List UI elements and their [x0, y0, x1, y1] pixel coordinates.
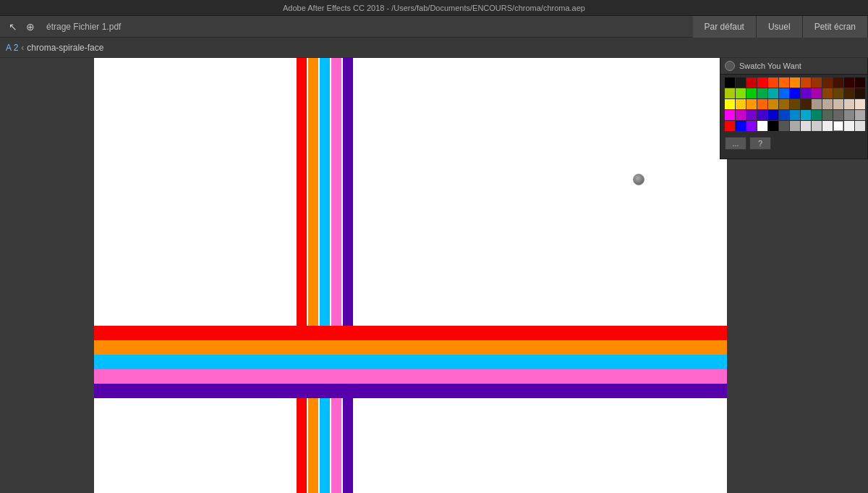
swatch-cell[interactable]	[768, 77, 778, 88]
swatch-more-button[interactable]: ...	[725, 137, 746, 150]
swatch-cell[interactable]	[768, 121, 778, 131]
arrow-icon[interactable]: ↖	[6, 20, 20, 34]
swatch-cell[interactable]	[812, 110, 822, 120]
swatch-help-button[interactable]: ?	[749, 137, 771, 150]
swatch-grid	[720, 75, 867, 134]
swatch-cell[interactable]	[844, 110, 854, 120]
swatch-cell[interactable]	[822, 99, 833, 109]
swatch-cell[interactable]	[746, 121, 757, 131]
swatch-cell[interactable]	[822, 88, 833, 98]
swatch-cell[interactable]	[746, 110, 757, 120]
swatch-panel: Swatch You Want	[720, 58, 868, 159]
h-stripe-cyan	[94, 355, 727, 369]
v-stripe-purple	[343, 58, 353, 493]
workspace-usuel[interactable]: Usuel	[757, 16, 803, 38]
swatch-cell[interactable]	[812, 99, 822, 109]
swatch-cell[interactable]	[801, 88, 811, 98]
swatch-cell[interactable]	[736, 88, 746, 98]
swatch-cell[interactable]	[855, 88, 865, 98]
breadcrumb-parent: étrage Fichier 1.pdf	[46, 22, 121, 32]
swatch-cell[interactable]	[855, 110, 865, 120]
swatch-cell[interactable]	[746, 99, 757, 109]
swatch-cell[interactable]	[790, 121, 800, 131]
swatch-cell[interactable]	[725, 110, 735, 120]
swatch-cell[interactable]	[812, 77, 822, 88]
swatch-cell[interactable]	[779, 88, 789, 98]
swatch-cell[interactable]	[779, 99, 789, 109]
swatch-cell[interactable]	[768, 88, 778, 98]
swatch-cell[interactable]	[801, 77, 811, 88]
h-stripe-pink	[94, 369, 727, 384]
swatch-cell[interactable]	[801, 110, 811, 120]
h-stripe-purple	[94, 384, 727, 398]
swatch-cell[interactable]	[855, 121, 865, 131]
swatch-cell[interactable]	[746, 77, 757, 88]
menu-bar: ↖ ⊕ étrage Fichier 1.pdf Par défaut Usue…	[0, 16, 868, 38]
swatch-cell[interactable]	[725, 88, 735, 98]
swatch-cell[interactable]	[822, 77, 833, 88]
workspace-petit-ecran[interactable]: Petit écran	[803, 16, 868, 38]
swatch-cell[interactable]	[790, 99, 800, 109]
circle-marker-right	[633, 174, 644, 185]
swatch-cell[interactable]	[779, 110, 789, 120]
swatch-black[interactable]	[725, 77, 735, 88]
title-bar: Adobe After Effects CC 2018 - /Users/fab…	[0, 0, 868, 16]
swatch-cell[interactable]	[833, 121, 843, 131]
swatch-cell[interactable]	[779, 77, 789, 88]
h-stripe-orange	[94, 340, 727, 355]
swatch-cell[interactable]	[790, 110, 800, 120]
workspace-bar: Par défaut Usuel Petit écran	[693, 16, 868, 38]
swatch-cell[interactable]	[833, 88, 843, 98]
breadcrumb-layer[interactable]: A 2	[6, 43, 18, 53]
swatch-cell[interactable]	[736, 121, 746, 131]
swatch-cell[interactable]	[768, 110, 778, 120]
swatch-cell[interactable]	[844, 121, 854, 131]
target-icon[interactable]: ⊕	[23, 20, 38, 34]
swatch-cell[interactable]	[790, 88, 800, 98]
main-area: Swatch You Want	[0, 58, 868, 493]
v-stripe-orange	[308, 58, 318, 493]
breadcrumb-sep: ‹	[21, 43, 24, 53]
breadcrumb-bar: A 2 ‹ chroma-spirale-face	[0, 38, 868, 58]
swatch-cell[interactable]	[833, 77, 843, 88]
v-stripe-red	[297, 58, 307, 493]
swatch-cell[interactable]	[790, 77, 800, 88]
swatch-cell[interactable]	[725, 121, 735, 131]
swatch-cell[interactable]	[833, 110, 843, 120]
h-stripe-red	[94, 326, 727, 340]
workspace-default[interactable]: Par défaut	[693, 16, 757, 38]
swatch-cell[interactable]	[736, 110, 746, 120]
artboard	[94, 58, 727, 493]
swatch-cell[interactable]	[757, 88, 767, 98]
swatch-header: Swatch You Want	[720, 58, 867, 75]
swatch-cell[interactable]	[844, 77, 854, 88]
swatch-cell[interactable]	[736, 99, 746, 109]
swatch-cell[interactable]	[725, 99, 735, 109]
title-text: Adobe After Effects CC 2018 - /Users/fab…	[283, 4, 585, 12]
swatch-buttons: ... ?	[720, 134, 867, 153]
swatch-cell[interactable]	[833, 99, 843, 109]
swatch-cell[interactable]	[757, 99, 767, 109]
swatch-cell[interactable]	[757, 110, 767, 120]
swatch-cell[interactable]	[844, 99, 854, 109]
swatch-cell[interactable]	[801, 121, 811, 131]
swatch-cell[interactable]	[746, 88, 757, 98]
swatch-cell[interactable]	[855, 99, 865, 109]
swatch-cell[interactable]	[844, 88, 854, 98]
swatch-cell[interactable]	[822, 110, 833, 120]
v-stripe-pink	[331, 58, 341, 493]
swatch-radio[interactable]	[725, 61, 735, 71]
swatch-cell[interactable]	[812, 88, 822, 98]
swatch-title: Swatch You Want	[739, 62, 801, 70]
swatch-cell[interactable]	[736, 77, 746, 88]
swatch-cell[interactable]	[757, 121, 767, 131]
swatch-cell[interactable]	[779, 121, 789, 131]
breadcrumb-current: chroma-spirale-face	[27, 43, 103, 53]
swatch-cell[interactable]	[812, 121, 822, 131]
swatch-cell[interactable]	[855, 77, 865, 88]
swatch-cell[interactable]	[768, 99, 778, 109]
swatch-cell[interactable]	[822, 121, 833, 131]
swatch-cell[interactable]	[801, 99, 811, 109]
swatch-cell[interactable]	[757, 77, 767, 88]
left-panel	[0, 58, 94, 493]
